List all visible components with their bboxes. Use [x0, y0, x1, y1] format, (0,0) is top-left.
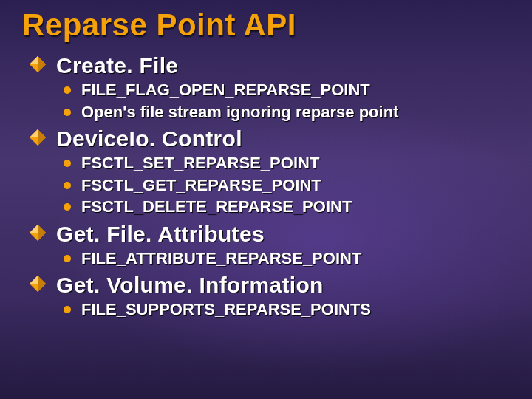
bullet-l1: DeviceIo. Control	[30, 126, 510, 151]
diamond-icon	[30, 56, 46, 72]
l2-text: FILE_ATTRIBUTE_REPARSE_POINT	[81, 248, 361, 269]
l2-text: FSCTL_SET_REPARSE_POINT	[81, 153, 319, 174]
disc-icon	[64, 160, 71, 167]
bullet-l2: FILE_SUPPORTS_REPARSE_POINTS	[64, 299, 510, 320]
slide-title: Reparse Point API	[22, 7, 510, 43]
l1-label: Get. Volume. Information	[56, 273, 324, 298]
disc-icon	[64, 255, 71, 262]
bullet-l2: FSCTL_SET_REPARSE_POINT	[64, 153, 510, 174]
l2-group: FSCTL_SET_REPARSE_POINT FSCTL_GET_REPARS…	[64, 153, 510, 217]
l2-text: FSCTL_GET_REPARSE_POINT	[81, 175, 321, 196]
disc-icon	[64, 182, 71, 189]
bullet-l2: FSCTL_GET_REPARSE_POINT	[64, 175, 510, 196]
slide: Reparse Point API Create. File FILE_FLAG…	[0, 0, 532, 399]
diamond-icon	[30, 129, 46, 146]
l2-text: Open's file stream ignoring reparse poin…	[81, 102, 398, 123]
bullet-l2: FILE_FLAG_OPEN_REPARSE_POINT	[64, 80, 510, 100]
svg-marker-7	[38, 225, 46, 241]
disc-icon	[64, 306, 71, 313]
l1-label: Get. File. Attributes	[56, 222, 265, 247]
svg-marker-5	[30, 129, 38, 137]
disc-icon	[64, 109, 71, 116]
l2-group: FILE_ATTRIBUTE_REPARSE_POINT	[64, 248, 510, 269]
l2-text: FILE_FLAG_OPEN_REPARSE_POINT	[81, 80, 370, 100]
svg-marker-8	[30, 225, 38, 233]
bullet-l2: FSCTL_DELETE_REPARSE_POINT	[64, 197, 510, 217]
l2-group: FILE_SUPPORTS_REPARSE_POINTS	[64, 299, 510, 320]
l2-text: FSCTL_DELETE_REPARSE_POINT	[81, 197, 352, 217]
svg-marker-4	[38, 129, 46, 146]
l2-text: FILE_SUPPORTS_REPARSE_POINTS	[81, 299, 371, 320]
l1-label: DeviceIo. Control	[56, 126, 242, 151]
bullet-l1: Create. File	[30, 53, 510, 78]
bullet-l2: FILE_ATTRIBUTE_REPARSE_POINT	[64, 248, 510, 269]
bullet-l1: Get. File. Attributes	[30, 222, 510, 247]
svg-marker-1	[38, 56, 46, 72]
svg-marker-2	[30, 56, 38, 64]
svg-marker-11	[30, 276, 38, 284]
svg-marker-10	[38, 276, 46, 292]
bullet-l1: Get. Volume. Information	[30, 273, 510, 298]
diamond-icon	[30, 276, 46, 292]
diamond-icon	[30, 225, 46, 241]
disc-icon	[64, 86, 71, 94]
disc-icon	[64, 203, 71, 211]
l2-group: FILE_FLAG_OPEN_REPARSE_POINT Open's file…	[64, 80, 510, 122]
bullet-l2: Open's file stream ignoring reparse poin…	[64, 102, 510, 123]
l1-label: Create. File	[56, 53, 178, 78]
